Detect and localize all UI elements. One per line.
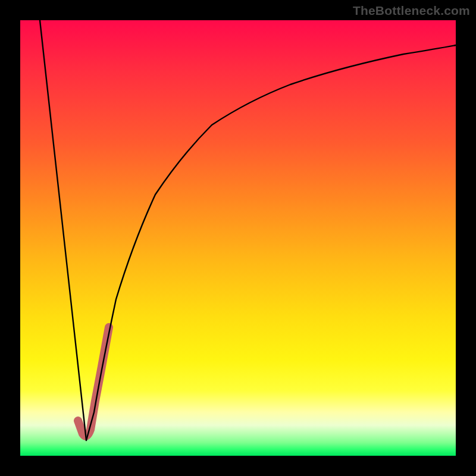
plot-area (20, 20, 456, 456)
left-steep-line (40, 20, 86, 440)
highlight-valley-segment (78, 327, 109, 436)
chart-svg (20, 20, 456, 456)
right-log-curve (86, 45, 456, 440)
chart-frame: TheBottleneck.com (0, 0, 476, 476)
watermark-text: TheBottleneck.com (353, 4, 470, 18)
